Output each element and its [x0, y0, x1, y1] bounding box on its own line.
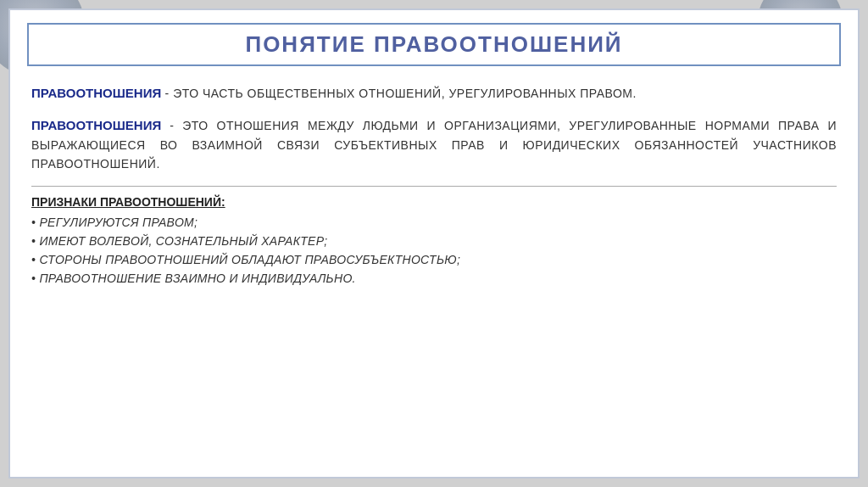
- sign-item-4: • ПРАВООТНОШЕНИЕ ВЗАИМНО И ИНДИВИДУАЛЬНО…: [31, 271, 837, 285]
- main-container: ПОНЯТИЕ ПРАВООТНОШЕНИЙ ПРАВООТНОШЕНИЯ - …: [8, 8, 860, 479]
- term-1: ПРАВООТНОШЕНИЯ: [31, 86, 161, 100]
- title-bar: ПОНЯТИЕ ПРАВООТНОШЕНИЙ: [27, 23, 841, 66]
- definition-text-1: - ЭТО ЧАСТЬ ОБЩЕСТВЕННЫХ ОТНОШЕНИЙ, УРЕГ…: [161, 87, 637, 100]
- definition-block-2: ПРАВООТНОШЕНИЯ - ЭТО ОТНОШЕНИЯ МЕЖДУ ЛЮД…: [31, 115, 837, 174]
- page-title: ПОНЯТИЕ ПРАВООТНОШЕНИЙ: [245, 31, 622, 57]
- sign-item-1: • РЕГУЛИРУЮТСЯ ПРАВОМ;: [31, 216, 837, 229]
- sign-item-2: • ИМЕЮТ ВОЛЕВОЙ, СОЗНАТЕЛЬНЫЙ ХАРАКТЕР;: [31, 234, 837, 248]
- signs-header: ПРИЗНАКИ ПРАВООТНОШЕНИЙ:: [31, 195, 837, 209]
- sign-item-3: • СТОРОНЫ ПРАВООТНОШЕНИЙ ОБЛАДАЮТ ПРАВОС…: [31, 253, 837, 266]
- divider: [31, 186, 837, 187]
- content-area: ПРАВООТНОШЕНИЯ - ЭТО ЧАСТЬ ОБЩЕСТВЕННЫХ …: [10, 75, 858, 299]
- definition-block-1: ПРАВООТНОШЕНИЯ - ЭТО ЧАСТЬ ОБЩЕСТВЕННЫХ …: [31, 83, 837, 104]
- term-2: ПРАВООТНОШЕНИЯ: [31, 118, 161, 132]
